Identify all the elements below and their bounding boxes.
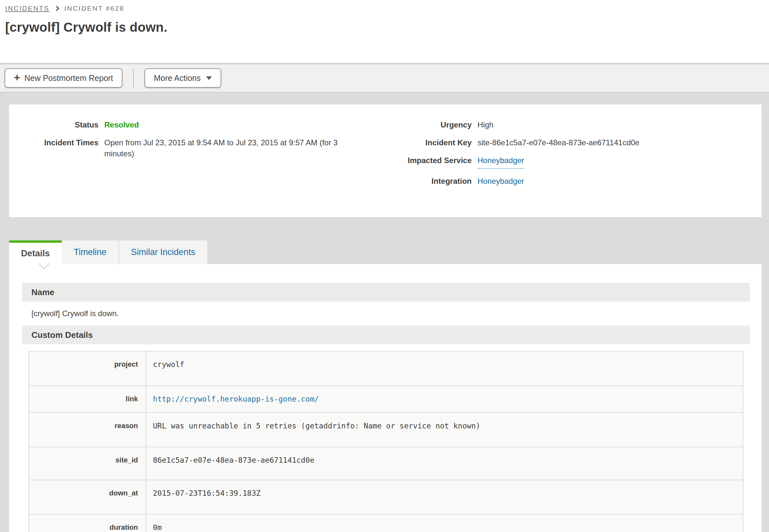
table-row-reason: reason URL was unreachable in 5 retries …: [29, 412, 743, 447]
table-row-project: project crywolf: [29, 351, 743, 385]
name-section-header: Name: [22, 283, 750, 302]
detail-value: 2015-07-23T16:54:39.183Z: [146, 480, 267, 514]
caret-down-icon: [206, 76, 212, 80]
impacted-service-label: Impacted Service: [391, 155, 472, 169]
incident-name-value: [crywolf] Crywolf is down.: [22, 302, 750, 326]
toolbar: + New Postmortem Report More Actions: [0, 63, 769, 93]
integration-link[interactable]: Honeybadger: [477, 177, 524, 185]
detail-key: project: [29, 351, 146, 385]
breadcrumb: INCIDENTS INCIDENT #628: [5, 5, 764, 12]
summary-left-column: Status Resolved Incident Times Open from…: [19, 119, 391, 217]
status-value: Resolved: [104, 119, 391, 130]
plus-icon: +: [14, 72, 20, 83]
detail-link[interactable]: http://crywolf.herokuapp-is-gone.com/: [146, 386, 325, 412]
incident-summary-panel: Status Resolved Incident Times Open from…: [9, 105, 762, 217]
new-postmortem-report-label: New Postmortem Report: [24, 73, 113, 83]
breadcrumb-incidents-link[interactable]: INCIDENTS: [5, 5, 50, 12]
detail-key: link: [29, 386, 146, 412]
custom-details-table: project crywolf link http://crywolf.hero…: [28, 351, 743, 532]
custom-details-section-header: Custom Details: [22, 326, 750, 344]
table-row-link: link http://crywolf.herokuapp-is-gone.co…: [29, 385, 743, 412]
page-title: [crywolf] Crywolf is down.: [5, 20, 764, 35]
detail-value: 86e1c5a7-e07e-48ea-873e-ae671141cd0e: [146, 447, 321, 480]
chevron-right-icon: [54, 6, 59, 11]
tab-bar: Details Timeline Similar Incidents: [9, 240, 762, 264]
detail-key: site_id: [29, 447, 146, 480]
detail-value: 0m: [146, 515, 168, 532]
table-row-down-at: down_at 2015-07-23T16:54:39.183Z: [29, 480, 743, 514]
content-area: Status Resolved Incident Times Open from…: [0, 93, 769, 532]
detail-value: crywolf: [146, 351, 191, 385]
status-label: Status: [19, 119, 98, 130]
incident-times-value: Open from Jul 23, 2015 at 9:54 AM to Jul…: [104, 137, 367, 159]
page-header: INCIDENTS INCIDENT #628 [crywolf] Crywol…: [0, 0, 769, 63]
new-postmortem-report-button[interactable]: + New Postmortem Report: [5, 68, 122, 88]
tab-similar-incidents[interactable]: Similar Incidents: [119, 240, 208, 264]
details-tab-panel: Name [crywolf] Crywolf is down. Custom D…: [9, 264, 762, 532]
incident-key-label: Incident Key: [391, 137, 472, 148]
detail-value: URL was unreachable in 5 retries (getadd…: [146, 413, 487, 447]
incident-key-value: site-86e1c5a7-e07e-48ea-873e-ae671141cd0…: [477, 137, 762, 148]
incident-times-label: Incident Times: [19, 137, 98, 159]
more-actions-button[interactable]: More Actions: [144, 68, 221, 88]
detail-key: reason: [29, 413, 146, 447]
integration-label: Integration: [391, 176, 472, 187]
table-row-site-id: site_id 86e1c5a7-e07e-48ea-873e-ae671141…: [29, 447, 743, 480]
more-actions-label: More Actions: [154, 73, 201, 83]
detail-key: duration: [29, 515, 146, 532]
table-row-duration: duration 0m: [29, 514, 743, 532]
tab-details[interactable]: Details: [9, 240, 62, 264]
impacted-service-link[interactable]: Honeybadger: [477, 155, 524, 169]
summary-right-column: Urgency High Incident Key site-86e1c5a7-…: [391, 119, 762, 217]
tab-timeline[interactable]: Timeline: [62, 240, 119, 264]
breadcrumb-current: INCIDENT #628: [64, 5, 124, 12]
detail-key: down_at: [29, 480, 146, 514]
toolbar-divider: [133, 69, 134, 87]
urgency-label: Urgency: [391, 119, 472, 130]
urgency-value: High: [477, 119, 762, 130]
